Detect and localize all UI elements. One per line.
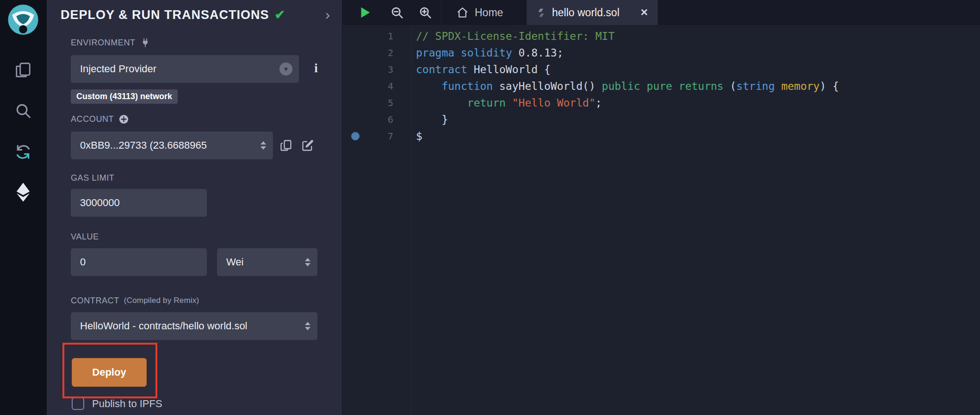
environment-info-icon[interactable]: i (310, 61, 322, 77)
account-select[interactable]: 0xBB9...29733 (23.6688965 (71, 132, 273, 159)
code-line[interactable]: 2pragma solidity 0.8.13; (342, 44, 980, 61)
add-account-icon[interactable] (118, 114, 129, 125)
zoom-out-icon[interactable] (388, 3, 406, 22)
line-number[interactable]: 5 (368, 97, 393, 108)
code-token: sayHelloWorld() (493, 80, 602, 92)
code-token: 0.8.13; (512, 47, 564, 59)
code-token (416, 97, 467, 109)
code-text: contract HelloWorld { (393, 63, 551, 75)
caret-circle-icon: ▾ (279, 63, 292, 75)
code-area[interactable]: 1// SPDX-License-Identifier: MIT2pragma … (342, 25, 980, 415)
line-number[interactable]: 1 (368, 31, 393, 42)
code-token: solidity (461, 47, 512, 59)
line-number[interactable]: 6 (368, 114, 393, 125)
code-text: return "Hello World"; (393, 97, 602, 109)
gas-limit-value: 3000000 (80, 197, 120, 209)
contract-label: CONTRACT (71, 296, 119, 306)
publish-checkbox[interactable] (72, 397, 84, 410)
chevron-right-icon[interactable]: › (325, 6, 330, 24)
publish-label: Publish to IPFS (92, 398, 162, 410)
value-unit-select[interactable]: Wei (217, 248, 317, 276)
code-line[interactable]: 6 } (342, 111, 980, 128)
code-token (775, 80, 782, 92)
deploy-button[interactable]: Deploy (72, 358, 147, 387)
contract-note: (Compiled by Remix) (124, 296, 199, 305)
deploy-run-panel: DEPLOY & RUN TRANSACTIONS ✔ › ENVIRONMEN… (47, 0, 342, 415)
code-line[interactable]: 5 return "Hello World"; (342, 94, 980, 111)
code-line[interactable]: 4 function sayHelloWorld() public pure r… (342, 78, 980, 94)
account-label: ACCOUNT (71, 114, 114, 124)
file-explorer-icon[interactable] (13, 60, 33, 80)
run-script-icon[interactable] (355, 3, 374, 22)
code-editor: Home hello world.sol ✕ 1// SPDX-License-… (342, 0, 980, 415)
value-input[interactable]: 0 (71, 248, 207, 276)
remix-logo-icon[interactable] (6, 3, 40, 38)
value-amount: 0 (80, 256, 86, 268)
panel-title: DEPLOY & RUN TRANSACTIONS (61, 8, 269, 22)
line-number[interactable]: 7 (368, 131, 393, 142)
edit-account-icon[interactable] (301, 138, 315, 152)
contract-select[interactable]: HelloWorld - contracts/hello world.sol (71, 312, 317, 340)
tab-home[interactable]: Home (441, 0, 527, 25)
code-text: $ (393, 130, 422, 142)
code-token: return (467, 97, 506, 109)
code-text: // SPDX-License-Identifier: MIT (393, 30, 614, 42)
code-text: pragma solidity 0.8.13; (393, 47, 564, 59)
select-arrows-icon (305, 258, 310, 266)
home-icon (456, 6, 469, 19)
code-token: HelloWorld { (467, 63, 551, 75)
check-icon: ✔ (275, 7, 285, 22)
deploy-run-icon[interactable] (13, 182, 33, 202)
gas-limit-label: GAS LIMIT (71, 172, 114, 183)
code-token: $ (416, 130, 422, 142)
solidity-file-icon (536, 8, 546, 18)
code-token: memory (781, 80, 819, 92)
publish-to-ipfs-row: Publish to IPFS (72, 397, 162, 410)
code-token: function (441, 80, 493, 92)
code-text: function sayHelloWorld() public pure ret… (393, 80, 839, 92)
code-line[interactable]: 3contract HelloWorld { (342, 61, 980, 78)
code-token (506, 97, 512, 109)
code-token (454, 47, 461, 59)
line-number[interactable]: 3 (368, 64, 393, 75)
environment-select[interactable]: Injected Provider ▾ (71, 55, 299, 83)
code-token (640, 80, 647, 92)
line-number[interactable]: 2 (368, 47, 393, 58)
line-number[interactable]: 4 (368, 81, 393, 92)
code-token: pure (647, 80, 672, 92)
breakpoint-dot-icon[interactable] (351, 132, 360, 140)
code-line[interactable]: 1// SPDX-License-Identifier: MIT (342, 28, 980, 44)
code-line[interactable]: 7$ (342, 128, 980, 145)
contract-value: HelloWorld - contracts/hello world.sol (80, 320, 248, 332)
solidity-compiler-icon[interactable] (13, 142, 33, 162)
gas-limit-input[interactable]: 3000000 (71, 189, 207, 217)
account-value: 0xBB9...29733 (23.6688965 (80, 139, 207, 151)
code-token: contract (416, 63, 467, 75)
close-tab-icon[interactable]: ✕ (640, 7, 648, 18)
value-label: VALUE (71, 231, 99, 242)
select-arrows-icon (305, 322, 310, 330)
code-token: string (736, 80, 775, 92)
copy-account-icon[interactable] (279, 138, 293, 152)
panel-header: DEPLOY & RUN TRANSACTIONS ✔ › (61, 6, 330, 24)
value-unit: Wei (226, 256, 244, 268)
code-token: returns (679, 80, 724, 92)
network-badge: Custom (43113) network (71, 89, 178, 104)
code-token: "Hello World" (512, 97, 595, 109)
search-icon[interactable] (13, 101, 33, 121)
environment-value: Injected Provider (80, 63, 156, 75)
environment-label: ENVIRONMENT (71, 38, 136, 48)
zoom-in-icon[interactable] (416, 3, 434, 22)
activity-bar (0, 0, 47, 415)
code-token (672, 80, 679, 92)
tab-hello-world-sol[interactable]: hello world.sol ✕ (527, 0, 658, 25)
environment-label-row: ENVIRONMENT (71, 37, 150, 48)
code-token: ( (724, 80, 737, 92)
code-text: } (393, 113, 448, 126)
breakpoint-margin[interactable] (342, 132, 368, 140)
code-token: } (416, 113, 448, 126)
code-token: ; (595, 97, 602, 109)
editor-tabbar: Home hello world.sol ✕ (342, 0, 980, 25)
remix-app: DEPLOY & RUN TRANSACTIONS ✔ › ENVIRONMEN… (0, 0, 980, 415)
code-token: // SPDX-License-Identifier: MIT (416, 30, 614, 42)
